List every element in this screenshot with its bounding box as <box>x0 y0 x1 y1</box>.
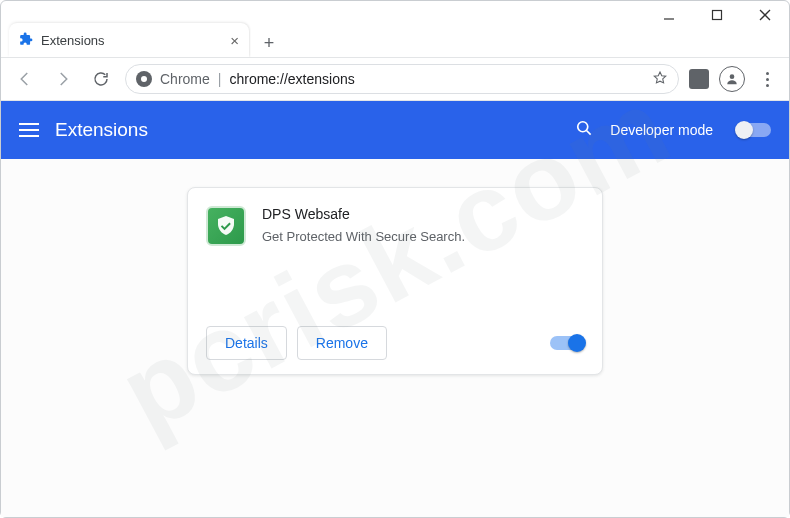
svg-rect-1 <box>713 11 722 20</box>
extension-shield-icon <box>206 206 246 246</box>
extension-description: Get Protected With Secure Search. <box>262 228 584 246</box>
extensions-header: Extensions Developer mode <box>1 101 789 159</box>
forward-button[interactable] <box>49 65 77 93</box>
kebab-menu-icon[interactable] <box>755 72 779 87</box>
bookmark-star-icon[interactable] <box>652 70 668 89</box>
hamburger-menu-icon[interactable] <box>19 123 39 137</box>
developer-mode-label: Developer mode <box>610 122 713 138</box>
browser-tab[interactable]: Extensions × <box>9 23 249 57</box>
window-titlebar <box>1 1 789 21</box>
extension-card: DPS Websafe Get Protected With Secure Se… <box>187 187 603 375</box>
omnibox-url: chrome://extensions <box>229 71 354 87</box>
extension-toolbar-icon[interactable] <box>689 69 709 89</box>
reload-button[interactable] <box>87 65 115 93</box>
tab-strip: Extensions × + <box>1 21 789 57</box>
extension-name: DPS Websafe <box>262 206 584 222</box>
tab-title: Extensions <box>41 33 105 48</box>
close-tab-icon[interactable]: × <box>230 32 239 49</box>
svg-point-4 <box>730 74 735 79</box>
puzzle-icon <box>19 32 33 49</box>
search-icon[interactable] <box>574 118 594 142</box>
content-area: DPS Websafe Get Protected With Secure Se… <box>1 159 789 517</box>
profile-avatar[interactable] <box>719 66 745 92</box>
omnibox-separator: | <box>218 71 222 87</box>
omnibox-origin: Chrome <box>160 71 210 87</box>
back-button[interactable] <box>11 65 39 93</box>
svg-point-5 <box>578 122 588 132</box>
address-bar[interactable]: Chrome | chrome://extensions <box>125 64 679 94</box>
svg-line-6 <box>587 131 591 135</box>
chrome-icon <box>136 71 152 87</box>
details-button[interactable]: Details <box>206 326 287 360</box>
extension-enable-toggle[interactable] <box>550 336 584 350</box>
developer-mode-toggle[interactable] <box>737 123 771 137</box>
page-title: Extensions <box>55 119 148 141</box>
remove-button[interactable]: Remove <box>297 326 387 360</box>
browser-toolbar: Chrome | chrome://extensions <box>1 57 789 101</box>
new-tab-button[interactable]: + <box>255 29 283 57</box>
